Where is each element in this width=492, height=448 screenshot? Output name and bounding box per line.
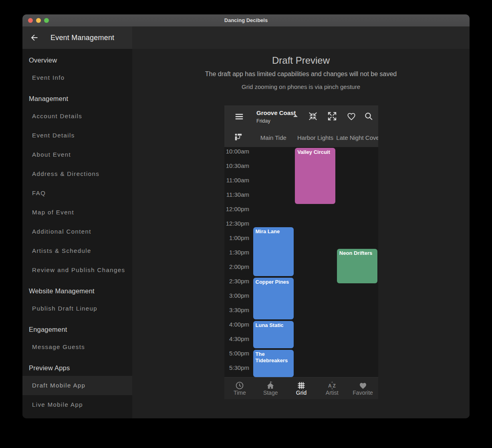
time-label: 12:30pm <box>224 220 249 227</box>
schedule-grid: 10:00am10:30am11:00am11:30am12:00pm12:30… <box>224 147 378 377</box>
sidebar-item[interactable]: Live Mobile App <box>22 395 142 414</box>
clock-icon <box>235 381 244 390</box>
time-label: 12:00pm <box>224 206 249 212</box>
tab-time[interactable]: Time <box>224 377 255 399</box>
sidebar-item[interactable]: Artists & Schedule <box>22 241 142 260</box>
time-label: 2:30pm <box>224 278 249 285</box>
sidebar-item[interactable]: Additional Content <box>22 222 142 241</box>
sidebar-item[interactable]: Draft Mobile App <box>22 376 142 395</box>
time-label: 1:00pm <box>224 234 249 241</box>
sidebar-item[interactable]: Account Details <box>22 107 142 126</box>
titlebar: Dancing Decibels <box>22 14 470 26</box>
app-window: Dancing Decibels Event Management Overvi… <box>22 14 470 418</box>
preview-subtitle: The draft app has limited capabilities a… <box>132 71 470 78</box>
sidebar-item[interactable]: Message Guests <box>22 337 142 357</box>
caret-up-icon[interactable] <box>293 114 298 117</box>
time-label: 11:00am <box>224 177 249 184</box>
menu-icon[interactable] <box>234 111 244 122</box>
schedule-event-block[interactable]: Copper Pines <box>253 278 294 319</box>
stage-icon <box>266 381 275 390</box>
stage-column-header: Harbor Lights <box>294 134 337 141</box>
page-title: Event Management <box>50 26 114 49</box>
stage-header-bar: Main TideHarbor LightsLate Night Cove <box>224 128 378 147</box>
main-content: Draft Preview The draft app has limited … <box>132 49 470 418</box>
svg-text:A: A <box>328 383 332 389</box>
schedule-event-block[interactable]: Valley Circuit <box>295 148 335 204</box>
time-label: 5:00pm <box>224 350 249 357</box>
sidebar-section-label: Website Management <box>22 281 139 301</box>
sidebar-item[interactable]: Review and Publish Changes <box>22 260 142 280</box>
tab-artist[interactable]: AZArtist <box>317 377 347 399</box>
svg-text:Z: Z <box>333 383 335 389</box>
window-title: Dancing Decibels <box>22 14 470 26</box>
schedule-event-block[interactable]: The Tidebreakers <box>253 350 294 377</box>
app-header-left: Event Management <box>22 26 132 49</box>
time-label: 3:30pm <box>224 307 249 313</box>
time-label: 11:30am <box>224 191 249 198</box>
sort-alpha-icon: AZ <box>327 381 337 390</box>
preview-note: Grid zooming on phones is via pinch gest… <box>132 83 470 90</box>
tab-grid[interactable]: Grid <box>286 377 317 399</box>
collapse-grid-icon[interactable] <box>308 111 318 121</box>
schedule-event-block[interactable]: Neon Drifters <box>337 249 377 283</box>
heart-icon <box>358 381 368 390</box>
tab-favorite[interactable]: Favorite <box>347 377 378 399</box>
preview-title: Draft Preview <box>132 55 470 66</box>
sidebar-section-label: Engagement <box>22 320 139 339</box>
tab-stage[interactable]: Stage <box>255 377 286 399</box>
pivot-table-icon[interactable] <box>234 133 243 141</box>
sidebar: OverviewEvent InfoManagementAccount Deta… <box>22 49 133 418</box>
sidebar-section-label: Overview <box>22 50 139 70</box>
tab-label: Time <box>224 389 255 396</box>
expand-grid-icon[interactable] <box>327 111 337 121</box>
sidebar-item[interactable]: Address & Directions <box>22 164 142 184</box>
phone-preview: Groove Coast Friday <box>224 105 378 399</box>
time-label: 4:30pm <box>224 335 249 342</box>
time-label: 3:00pm <box>224 292 249 299</box>
back-button[interactable] <box>29 33 39 42</box>
stage-column-header: Main Tide <box>252 134 294 141</box>
stage-column-header: Late Night Cove <box>336 134 378 141</box>
tab-label: Grid <box>286 389 317 396</box>
sidebar-item[interactable]: Event Details <box>22 126 142 145</box>
app-header: Event Management <box>22 26 470 49</box>
sidebar-item[interactable]: About Event <box>22 145 142 164</box>
time-label: 10:00am <box>224 148 249 155</box>
time-label: 10:30am <box>224 162 249 169</box>
event-day: Friday <box>256 118 300 124</box>
time-label: 2:00pm <box>224 263 249 270</box>
sidebar-item[interactable]: FAQ <box>22 184 142 203</box>
time-label: 4:00pm <box>224 321 249 328</box>
tab-label: Artist <box>317 389 347 396</box>
grid-icon <box>296 381 306 390</box>
sidebar-section-label: Management <box>22 89 139 108</box>
phone-header: Groove Coast Friday <box>224 105 378 128</box>
tab-label: Stage <box>255 389 286 396</box>
arrow-left-icon <box>29 33 39 42</box>
time-label: 1:30pm <box>224 249 249 256</box>
phone-tab-bar: TimeStageGridAZArtistFavorite <box>224 377 378 399</box>
sidebar-section-label: Preview Apps <box>22 358 139 377</box>
tab-label: Favorite <box>347 389 378 396</box>
sidebar-item[interactable]: Map of Event <box>22 203 142 222</box>
sidebar-item[interactable]: Publish Draft Lineup <box>22 299 142 318</box>
heart-outline-icon[interactable] <box>346 111 357 121</box>
schedule-event-block[interactable]: Mira Lane <box>253 227 294 276</box>
search-icon[interactable] <box>363 111 374 121</box>
schedule-event-block[interactable]: Luna Static <box>253 321 294 348</box>
time-label: 5:30pm <box>224 364 249 371</box>
sidebar-item[interactable]: Event Info <box>22 68 142 87</box>
